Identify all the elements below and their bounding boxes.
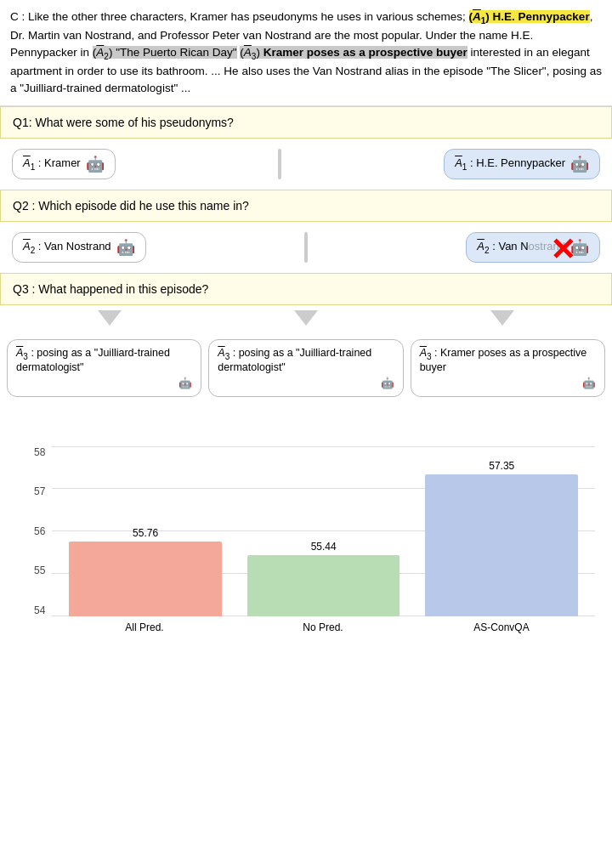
bars-container: 55.76 55.44 57.35 xyxy=(52,446,595,616)
highlight-a3-text: Kramer poses as a prospective buyer xyxy=(264,46,468,59)
bar-value-no-pred: 55.44 xyxy=(311,541,337,553)
bar-as-convqa xyxy=(425,474,578,616)
q1-answer-left: A1 : Kramer 🤖 xyxy=(12,149,116,179)
highlight-a1-text: H.E. Pennypacker xyxy=(493,10,590,23)
question-1: Q1: What were some of his pseudonyms? xyxy=(0,106,612,139)
bar-no-pred xyxy=(247,555,400,616)
separator-2 xyxy=(304,232,308,263)
q3-a3-label: A3 : Kramer poses as a prospective buyer xyxy=(420,347,596,373)
arrow-down-1 xyxy=(98,310,122,326)
q2-left-label: A2 : Van Nostrand xyxy=(23,240,111,255)
q1-left-label: A1 : Kramer xyxy=(23,156,81,172)
x-label-as-convqa: AS-ConvQA xyxy=(425,621,578,633)
y-label-54: 54 xyxy=(34,604,45,616)
arrow-2-group xyxy=(294,310,318,326)
highlight-a3-label: (A3) xyxy=(240,46,263,59)
robot-icon-q1-right: 🤖 xyxy=(570,156,589,172)
arrow-down-2 xyxy=(294,310,318,326)
arrow-1-group xyxy=(98,310,122,326)
y-axis: 58 57 56 55 54 xyxy=(34,446,45,616)
bar-value-all-pred: 55.76 xyxy=(133,527,158,539)
q1-label: Q1: What were some of his pseudonyms? xyxy=(13,116,234,129)
context-block: C : Like the other three characters, Kra… xyxy=(0,0,612,106)
q3-a1-label: A3 : posing as a "Juilliard-trained derm… xyxy=(16,347,192,373)
bars-flex: 55.76 55.44 57.35 xyxy=(52,446,595,616)
separator-1 xyxy=(278,149,281,179)
highlight-a2-text: "The Puerto Rican Day" xyxy=(116,46,236,59)
y-label-58: 58 xyxy=(34,446,45,458)
arrows-row xyxy=(0,305,612,331)
robot-icon-q2-left: 🤖 xyxy=(116,240,135,255)
x-axis-labels: All Pred. No Pred. AS-ConvQA xyxy=(34,616,595,633)
y-label-57: 57 xyxy=(34,485,45,497)
arrow-down-3 xyxy=(490,310,514,326)
q3-a2-label: A3 : posing as a "Juilliard-trained derm… xyxy=(218,347,394,373)
chart-section: 58 57 56 55 54 55.76 xyxy=(0,412,612,650)
robot-icon-q1-left: 🤖 xyxy=(86,156,105,172)
q3-answer-row: A3 : posing as a "Juilliard-trained derm… xyxy=(0,331,612,406)
y-label-55: 55 xyxy=(34,564,45,576)
bar-value-as-convqa: 57.35 xyxy=(489,460,514,472)
q2-answer-row: A2 : Van Nostrand 🤖 A2 : Van Nostrand ✕ … xyxy=(0,222,612,273)
question-3: Q3 : What happened in this episode? xyxy=(0,273,612,305)
robot-icon-q2-right: 🤖 xyxy=(570,240,589,255)
bar-group-no-pred: 55.44 xyxy=(247,541,400,616)
bar-group-all-pred: 55.76 xyxy=(69,527,222,616)
context-intro: C : Like the other three characters, Kra… xyxy=(10,10,469,23)
highlight-a1-label: (A1) xyxy=(469,10,493,23)
x-label-all-pred: All Pred. xyxy=(68,621,221,633)
robot-icon-q3-3: 🤖 xyxy=(420,377,596,389)
q3-answer-1: A3 : posing as a "Juilliard-trained derm… xyxy=(7,339,201,397)
q2-label: Q2 : Which episode did he use this name … xyxy=(13,199,249,213)
robot-icon-q3-1: 🤖 xyxy=(16,377,192,389)
y-label-56: 56 xyxy=(34,525,45,537)
x-label-no-pred: No Pred. xyxy=(246,621,400,633)
q1-answer-right: A1 : H.E. Pennypacker 🤖 xyxy=(444,149,600,179)
chart-area: 58 57 56 55 54 55.76 xyxy=(34,421,595,616)
robot-icon-q3-2: 🤖 xyxy=(218,377,394,389)
question-2: Q2 : Which episode did he use this name … xyxy=(0,190,612,222)
q3-answer-3: A3 : Kramer poses as a prospective buyer… xyxy=(411,339,605,397)
highlight-a2-label: (A2) xyxy=(93,46,116,59)
q1-answer-row: A1 : Kramer 🤖 A1 : H.E. Pennypacker 🤖 xyxy=(0,139,612,190)
q3-label: Q3 : What happened in this episode? xyxy=(13,282,208,296)
bar-all-pred xyxy=(69,542,222,616)
q2-answer-right: A2 : Van Nostrand ✕ 🤖 xyxy=(466,232,600,263)
bar-group-as-convqa: 57.35 xyxy=(425,460,578,616)
q2-answer-left: A2 : Van Nostrand 🤖 xyxy=(12,232,146,263)
q3-answer-2: A3 : posing as a "Juilliard-trained derm… xyxy=(208,339,403,397)
q1-right-label: A1 : H.E. Pennypacker xyxy=(455,156,565,172)
arrow-3-group xyxy=(490,310,514,326)
q2-right-label: A2 : Van Nostrand xyxy=(477,240,565,255)
